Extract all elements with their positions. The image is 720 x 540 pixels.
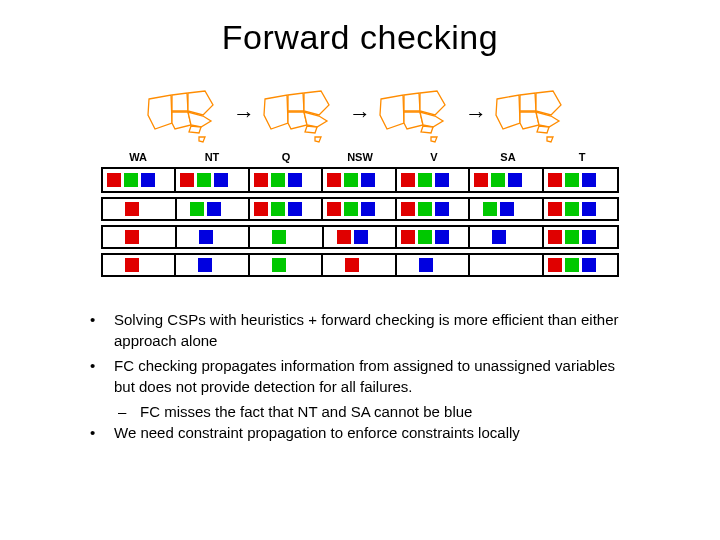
color-square [190,202,204,216]
color-square [361,202,375,216]
color-square [214,173,228,187]
color-square [548,202,562,216]
color-square [272,230,286,244]
color-square [548,230,562,244]
color-square [582,173,596,187]
color-square [254,173,268,187]
color-square [418,173,432,187]
color-square [125,230,139,244]
table-cell [324,227,397,247]
color-square [401,173,415,187]
color-square [288,173,302,187]
column-header: V [399,151,469,163]
bullet-text: Solving CSPs with heuristics + forward c… [114,309,630,351]
table-cell [103,255,176,275]
color-square [141,173,155,187]
color-square [327,173,341,187]
color-square [582,202,596,216]
bullet-list: •Solving CSPs with heuristics + forward … [0,281,720,443]
color-square [344,202,358,216]
color-square [565,202,579,216]
color-square [492,230,506,244]
column-header: NT [177,151,247,163]
color-square [198,258,212,272]
australia-map [377,85,459,143]
table-cell [323,169,396,191]
color-square [565,258,579,272]
australia-map [145,85,227,143]
column-header: SA [473,151,543,163]
table-cell [176,169,249,191]
table-cell [470,227,544,247]
color-square [271,202,285,216]
color-square [107,173,121,187]
color-square [207,202,221,216]
color-square [474,173,488,187]
page-title: Forward checking [0,0,720,57]
list-subitem: –FC misses the fact that NT and SA canno… [90,401,630,422]
bullet-text: We need constraint propagation to enforc… [114,422,520,443]
list-item: •Solving CSPs with heuristics + forward … [90,309,630,351]
color-square [565,173,579,187]
color-square [435,230,449,244]
table-cell [397,255,470,275]
color-square [418,230,432,244]
color-square [401,230,415,244]
color-square [199,230,213,244]
table-cell [544,169,617,191]
australia-map [493,85,575,143]
maps-row: →→→ [0,85,720,143]
domain-table [0,167,720,281]
color-square [565,230,579,244]
color-square [327,202,341,216]
color-square [197,173,211,187]
table-cell [397,169,470,191]
color-square [125,202,139,216]
color-square [124,173,138,187]
list-item: •We need constraint propagation to enfor… [90,422,630,443]
bullet-text: FC checking propagates information from … [114,355,630,397]
table-cell [177,199,250,219]
color-square [361,173,375,187]
arrow-icon: → [349,101,371,127]
color-square [337,230,351,244]
color-square [345,258,359,272]
table-cell [250,227,324,247]
color-square [418,202,432,216]
table-cell [103,199,177,219]
table-cell [397,199,470,219]
color-square [508,173,522,187]
australia-map [261,85,343,143]
table-headers: WANTQNSWVSAT [0,151,720,163]
color-square [401,202,415,216]
color-square [548,258,562,272]
table-cell [323,199,396,219]
color-square [483,202,497,216]
column-header: WA [103,151,173,163]
table-cell [103,227,177,247]
table-cell [103,169,176,191]
table-cell [397,227,470,247]
table-row [101,253,619,277]
color-square [271,173,285,187]
table-row [101,167,619,193]
list-item: •FC checking propagates information from… [90,355,630,397]
table-cell [176,255,249,275]
color-square [288,202,302,216]
table-row [101,197,619,221]
arrow-icon: → [465,101,487,127]
color-square [254,202,268,216]
column-header: T [547,151,617,163]
table-cell [470,169,543,191]
color-square [500,202,514,216]
column-header: Q [251,151,321,163]
color-square [491,173,505,187]
color-square [180,173,194,187]
table-cell [544,227,617,247]
table-cell [250,255,323,275]
arrow-icon: → [233,101,255,127]
table-cell [544,199,617,219]
table-cell [177,227,251,247]
color-square [419,258,433,272]
color-square [125,258,139,272]
